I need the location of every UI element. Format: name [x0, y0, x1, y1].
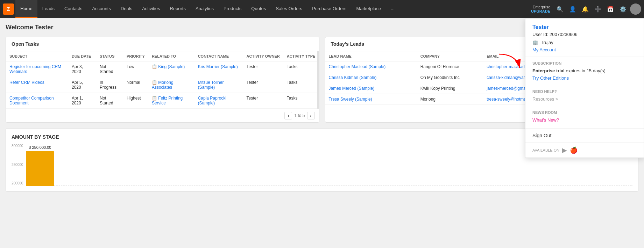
arrow-icon: >	[555, 96, 558, 102]
col-related-to: RELATED TO	[148, 51, 194, 61]
whats-new-link[interactable]: What's New?	[532, 117, 637, 123]
user-avatar[interactable]	[630, 3, 641, 15]
bar-value-label: $ 250,000.00	[29, 145, 51, 149]
subscription-title: SUBSCRIPTION	[532, 61, 637, 65]
nav-item-purchase-orders[interactable]: Purchase Orders	[307, 0, 351, 18]
apple-store-icon[interactable]: 🍎	[570, 146, 578, 154]
notifications-icon[interactable]: 🔔	[580, 3, 591, 15]
tasks-table: SUBJECT DUE DATE STATUS PRIORITY RELATED…	[6, 51, 319, 109]
app-logo[interactable]: Z	[3, 3, 14, 15]
lead-name[interactable]: Carissa Kidman (Sample)	[325, 72, 417, 83]
col-company: COMPANY	[417, 51, 483, 61]
try-other-editions-link[interactable]: Try Other Editions	[532, 75, 637, 81]
search-icon[interactable]: 🔍	[554, 3, 566, 15]
calendar-icon[interactable]: 📅	[605, 3, 616, 15]
nav-item-leads[interactable]: Leads	[37, 0, 59, 18]
task-due-date: Apr 1, 2020	[68, 93, 96, 109]
col-subject: SUBJECT	[6, 51, 68, 61]
resources-link[interactable]: Resources >	[532, 96, 637, 102]
task-type: Tasks	[283, 77, 319, 93]
table-row: Refer CRM Videos Apr 5, 2020 In Progress…	[6, 77, 319, 93]
upgrade-section: Enterprise UPGRADE	[531, 5, 550, 13]
open-tasks-title: Open Tasks	[6, 37, 319, 51]
lead-name[interactable]: Tresa Sweely (Sample)	[325, 94, 417, 105]
nav-item-marketplace[interactable]: Marketplace	[351, 0, 386, 18]
nav-item-contacts[interactable]: Contacts	[59, 0, 87, 18]
pagination-text: 1 to 5	[294, 113, 305, 118]
dropdown-user-section: Tester User Id: 20070230606 🏢 Trujay My …	[525, 19, 644, 57]
task-due-date: Apr 5, 2020	[68, 77, 96, 93]
lead-name[interactable]: James Merced (Sample)	[325, 83, 417, 94]
tasks-pagination: ‹ 1 to 5 ›	[6, 109, 319, 122]
task-contact-name[interactable]: Kris Marrier (Sample)	[194, 61, 243, 77]
task-status: Not Started	[96, 93, 123, 109]
dropdown-username[interactable]: Tester	[532, 24, 637, 30]
subscription-text: Enterprise trial expires in 15 day(s)	[532, 68, 637, 73]
google-play-icon[interactable]: ▶	[562, 146, 567, 154]
nav-item-analytics[interactable]: Analytics	[191, 0, 219, 18]
topnav-right: Enterprise UPGRADE 🔍 👤 🔔 ➕ 📅 ⚙️	[531, 3, 641, 15]
next-page-button[interactable]: ›	[307, 112, 315, 119]
task-priority: Normal	[123, 77, 148, 93]
nav-item-reports[interactable]: Reports	[165, 0, 191, 18]
nav-item-deals[interactable]: Deals	[116, 0, 137, 18]
settings-icon[interactable]: ⚙️	[617, 3, 629, 15]
task-subject[interactable]: Competitor Comparison Document	[6, 93, 68, 109]
chart-y-labels: 300000 250000 200000	[12, 144, 23, 186]
dropdown-trujay-link[interactable]: 🏢 Trujay	[532, 40, 637, 45]
task-type: Tasks	[283, 61, 319, 77]
lead-company: Morlong	[417, 94, 483, 105]
lead-name[interactable]: Christopher Maclead (Sample)	[325, 61, 417, 72]
col-priority: PRIORITY	[123, 51, 148, 61]
tasks-scrollbar[interactable]	[317, 51, 319, 109]
need-help-title: NEED HELP?	[532, 89, 637, 94]
chart-bar-col: $ 250,000.00	[26, 145, 54, 186]
add-icon[interactable]: ➕	[592, 3, 603, 15]
nav-item-accounts[interactable]: Accounts	[87, 0, 115, 18]
task-subject[interactable]: Refer CRM Videos	[6, 77, 68, 93]
task-related-to[interactable]: 📋 Feltz Printing Service	[148, 93, 194, 109]
task-related-to[interactable]: 📋 Morlong Associates	[148, 77, 194, 93]
task-contact-name[interactable]: Capla Paprocki (Sample)	[194, 93, 243, 109]
dropdown-subscription-section: SUBSCRIPTION Enterprise trial expires in…	[525, 57, 644, 85]
news-room-title: NEWS ROOM	[532, 110, 637, 115]
col-activity-type: ACTIVITY TYPE	[283, 51, 319, 61]
nav-item-products[interactable]: Products	[219, 0, 246, 18]
task-owner: Tester	[243, 77, 283, 93]
nav-item-home[interactable]: Home	[15, 0, 37, 18]
task-status: Not Started	[96, 61, 123, 77]
tasks-table-scroll[interactable]: SUBJECT DUE DATE STATUS PRIORITY RELATED…	[6, 51, 319, 109]
col-status: STATUS	[96, 51, 123, 61]
nav-item-sales-orders[interactable]: Sales Orders	[271, 0, 307, 18]
my-account-link[interactable]: My Account	[532, 47, 637, 52]
dropdown-userid: User Id: 20070230606	[532, 32, 637, 37]
task-related-to[interactable]: 📋 King (Sample)	[148, 61, 194, 77]
topnav: Z Home Leads Contacts Accounts Deals Act…	[0, 0, 644, 18]
nav-item-quotes[interactable]: Quotes	[246, 0, 271, 18]
sign-out-button[interactable]: Sign Out	[532, 133, 637, 138]
dropdown-newsroom-section: NEWS ROOM What's New?	[525, 106, 644, 129]
col-contact-name: CONTACT NAME	[194, 51, 243, 61]
prev-page-button[interactable]: ‹	[284, 112, 292, 119]
task-priority: Highest	[123, 93, 148, 109]
open-tasks-panel: Open Tasks SUBJECT DUE DATE STATUS PRIOR…	[6, 37, 319, 123]
col-activity-owner: ACTIVITY OWNER	[243, 51, 283, 61]
task-subject[interactable]: Register for upcoming CRM Webinars	[6, 61, 68, 77]
nav-item-more[interactable]: ...	[386, 0, 399, 18]
chart-bar-prospect	[26, 151, 54, 186]
upgrade-button[interactable]: UPGRADE	[531, 9, 550, 13]
task-status: In Progress	[96, 77, 123, 93]
available-on-section: AVAILABLE ON ▶ 🍎	[525, 143, 644, 158]
task-priority: Low	[123, 61, 148, 77]
dropdown-help-section: NEED HELP? Resources >	[525, 85, 644, 106]
task-contact-name[interactable]: Mitsue Tollner (Sample)	[194, 77, 243, 93]
plan-label: Enterprise	[533, 5, 550, 9]
task-type: Tasks	[283, 93, 319, 109]
col-lead-name: LEAD NAME	[325, 51, 417, 61]
lead-company: Rangoni Of Florence	[417, 61, 483, 72]
building-icon: 🏢	[532, 40, 538, 45]
task-due-date: Apr 3, 2020	[68, 61, 96, 77]
users-icon[interactable]: 👤	[567, 3, 578, 15]
user-dropdown: Tester User Id: 20070230606 🏢 Trujay My …	[525, 18, 644, 158]
nav-item-activities[interactable]: Activities	[137, 0, 165, 18]
